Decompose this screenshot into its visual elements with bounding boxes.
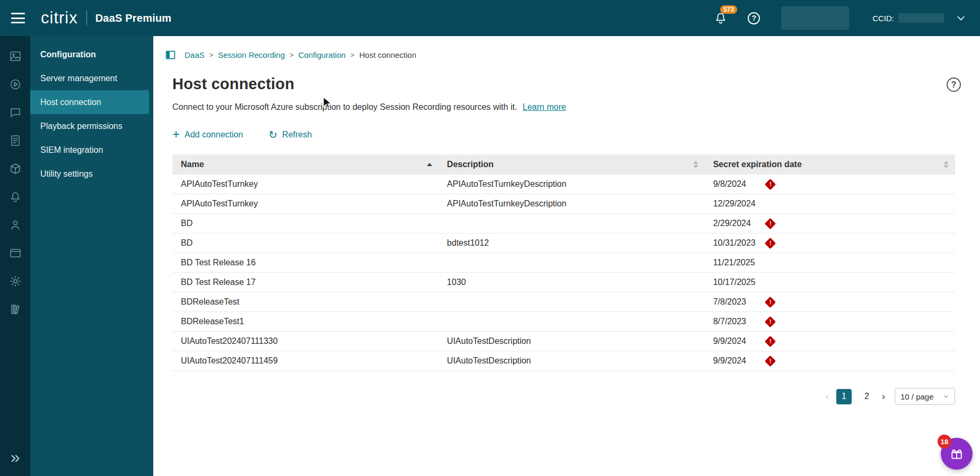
- settings-icon[interactable]: [9, 275, 22, 288]
- cell-name: BD: [172, 214, 439, 233]
- pagination-prev-button[interactable]: ‹: [826, 392, 829, 401]
- table-row[interactable]: BDReleaseTest1 8/7/2023!: [172, 312, 955, 332]
- bell-icon[interactable]: 573: [714, 11, 728, 25]
- table-row[interactable]: UIAutoTest202407111330 UIAutoTestDescrip…: [172, 332, 955, 351]
- identity-icon[interactable]: [9, 219, 22, 231]
- breadcrumb-separator: >: [290, 51, 294, 59]
- cell-name: BD Test Release 16: [172, 253, 439, 273]
- sort-icon[interactable]: [943, 161, 949, 168]
- assistant-gift-icon: [949, 446, 965, 462]
- secondary-sidebar: Configuration Server management Host con…: [30, 36, 153, 476]
- cell-description: UIAutoTestDescription: [439, 332, 705, 351]
- page-title: Host connection: [172, 75, 294, 93]
- sidebar-item-utility-settings[interactable]: Utility settings: [30, 162, 149, 186]
- cell-expiration: 8/7/2023!: [705, 312, 955, 332]
- sidebar-item-server-management[interactable]: Server management: [30, 66, 149, 90]
- dashboard-icon[interactable]: [9, 50, 22, 63]
- menu-icon[interactable]: [11, 13, 25, 23]
- sidebar-item-siem-integration[interactable]: SIEM integration: [30, 138, 149, 162]
- refresh-icon: ↻: [268, 129, 277, 140]
- help-icon[interactable]: ?: [748, 12, 760, 24]
- expand-rail-icon[interactable]: [0, 453, 30, 464]
- warning-diamond-icon: !: [765, 178, 776, 189]
- breadcrumb-separator: >: [351, 51, 355, 59]
- add-connection-button[interactable]: + Add connection: [172, 129, 243, 141]
- cell-name: BDReleaseTest1: [172, 312, 439, 332]
- page-size-select[interactable]: 10 / page: [895, 388, 955, 405]
- breadcrumb-panel-icon[interactable]: [165, 49, 176, 60]
- table-row[interactable]: BD bdtest1012 10/31/2023!: [172, 233, 955, 253]
- icon-rail: [0, 36, 30, 476]
- cell-expiration: 10/17/2025!: [705, 273, 955, 292]
- breadcrumb-link-daas[interactable]: DaaS: [185, 50, 205, 59]
- ccid-area: CCID:: [872, 13, 944, 23]
- column-header-name[interactable]: Name: [172, 154, 439, 175]
- cell-expiration: 9/9/2024!: [705, 332, 955, 351]
- cell-expiration: 7/8/2023!: [705, 292, 955, 312]
- cell-description: [439, 312, 705, 332]
- page-description: Connect to your Microsoft Azure subscrip…: [172, 102, 961, 112]
- top-bar: citrix DaaS Premium 573 ? CCID:: [0, 0, 980, 36]
- breadcrumb-link-session-recording[interactable]: Session Recording: [218, 50, 285, 59]
- plus-icon: +: [172, 128, 180, 141]
- services-icon[interactable]: [9, 162, 22, 175]
- cell-expiration: 9/9/2024!: [705, 351, 955, 371]
- page-description-text: Connect to your Microsoft Azure subscrip…: [172, 102, 517, 111]
- chevron-down-icon[interactable]: [956, 13, 966, 23]
- refresh-label: Refresh: [282, 130, 312, 140]
- table-row[interactable]: APIAutoTestTurnkey APIAutoTestTurnkeyDes…: [172, 175, 955, 194]
- table-row[interactable]: BD Test Release 17 1030 10/17/2025!: [172, 273, 955, 292]
- cell-description: APIAutoTestTurnkeyDescription: [439, 194, 705, 214]
- cell-description: [439, 292, 705, 312]
- ccid-label: CCID:: [872, 14, 894, 23]
- cell-name: BDReleaseTest: [172, 292, 439, 312]
- chevron-down-icon: [943, 393, 949, 400]
- cell-expiration: 9/8/2024!: [705, 175, 955, 194]
- assistant-badge: 18: [938, 435, 951, 448]
- refresh-button[interactable]: ↻ Refresh: [268, 129, 312, 140]
- warning-diamond-icon: !: [765, 296, 776, 307]
- learn-more-link[interactable]: Learn more: [523, 102, 566, 111]
- column-header-description[interactable]: Description: [439, 154, 705, 175]
- sort-asc-icon[interactable]: [427, 163, 432, 166]
- cell-expiration: 2/29/2024!: [705, 214, 955, 233]
- pagination-page-2[interactable]: 2: [859, 389, 874, 404]
- notifications-icon[interactable]: [9, 191, 22, 203]
- page-help-icon[interactable]: ?: [947, 77, 961, 92]
- cell-description: UIAutoTestDescription: [439, 351, 705, 371]
- breadcrumb-separator: >: [209, 51, 214, 59]
- table-row[interactable]: UIAutoTest202407111459 UIAutoTestDescrip…: [172, 351, 955, 371]
- cell-description: APIAutoTestTurnkeyDescription: [439, 175, 705, 194]
- sidebar-item-playback-permissions[interactable]: Playback permissions: [30, 114, 149, 138]
- sidebar-item-configuration[interactable]: Configuration: [30, 42, 149, 66]
- table-row[interactable]: BDReleaseTest 7/8/2023!: [172, 292, 955, 312]
- table-toolbar: + Add connection ↻ Refresh: [172, 129, 961, 141]
- sidebar-item-host-connection[interactable]: Host connection: [30, 90, 149, 114]
- table-row[interactable]: BD 2/29/2024!: [172, 214, 955, 233]
- pagination-page-1[interactable]: 1: [836, 389, 852, 404]
- workspace-icon[interactable]: [9, 247, 22, 259]
- cell-expiration: 11/21/2025!: [705, 253, 955, 273]
- breadcrumb-link-configuration[interactable]: Configuration: [299, 50, 346, 59]
- column-header-secret-expiration[interactable]: Secret expiration date: [705, 154, 955, 175]
- cell-name: APIAutoTestTurnkey: [172, 194, 439, 214]
- cell-description: 1030: [439, 273, 705, 292]
- add-connection-label: Add connection: [185, 130, 243, 140]
- warning-diamond-icon: !: [765, 237, 776, 248]
- table-row[interactable]: BD Test Release 16 11/21/2025!: [172, 253, 955, 273]
- chat-icon[interactable]: [9, 106, 22, 119]
- logs-icon[interactable]: [9, 134, 22, 147]
- page-size-value: 10 / page: [900, 392, 934, 401]
- notification-count-badge: 573: [720, 5, 737, 14]
- monitoring-icon[interactable]: [9, 78, 22, 91]
- library-icon[interactable]: [9, 303, 22, 316]
- product-title: DaaS Premium: [95, 12, 172, 24]
- pagination-next-button[interactable]: ›: [882, 392, 885, 401]
- sort-icon[interactable]: [693, 161, 698, 168]
- citrix-logo: citrix: [41, 8, 78, 28]
- main-content: DaaS > Session Recording > Configuration…: [153, 36, 980, 476]
- table-row[interactable]: APIAutoTestTurnkey APIAutoTestTurnkeyDes…: [172, 194, 955, 214]
- cell-name: APIAutoTestTurnkey: [172, 175, 439, 194]
- assistant-button[interactable]: 18: [941, 438, 973, 470]
- cell-name: BD Test Release 17: [172, 273, 439, 292]
